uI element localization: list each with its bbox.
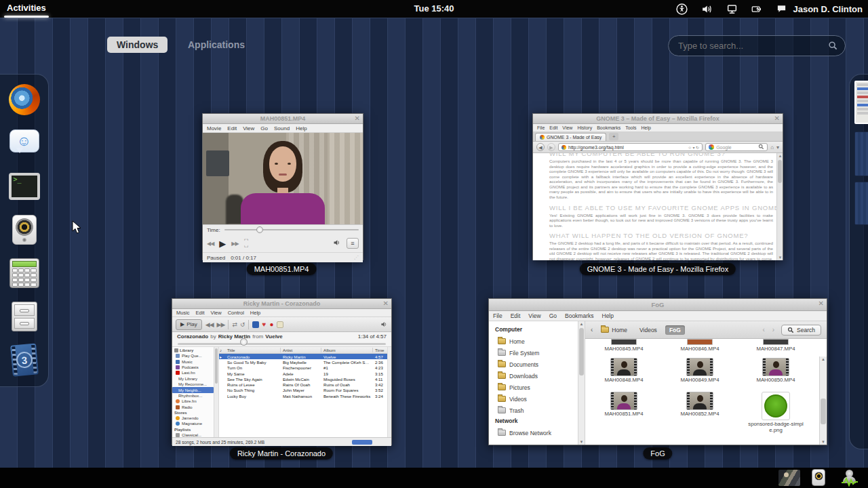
menu-help[interactable]: Help [250,310,260,316]
previous-icon[interactable]: ◀◀ [205,321,214,328]
firefox-launcher[interactable] [8,83,41,116]
window-firefox[interactable]: GNOME 3 – Made of Easy – Mozilla Firefox… [532,113,783,260]
forward-icon[interactable]: ▶ [547,143,555,151]
menu-file[interactable]: File [493,312,502,319]
workspace-3[interactable] [854,182,868,225]
breadcrumb-videos[interactable]: Videos [635,325,661,335]
file-item[interactable]: MAH00848.MP4 [588,358,660,384]
window-label-totem[interactable]: MAH00851.MP4 [247,263,317,275]
track-row[interactable]: Ruins of LeveeRains Of OoahRuins of Ooah… [219,382,387,387]
back-chevron-icon[interactable]: ‹ [591,326,593,333]
track-row[interactable]: Lucky BoyMatt NathansonBeneath These Fir… [219,393,387,399]
menu-history[interactable]: History [577,125,592,130]
menu-help[interactable]: Help [642,125,651,130]
new-tab-button[interactable]: + [609,133,618,140]
menu-go[interactable]: Go [549,312,557,319]
file-item[interactable]: MAH00849.MP4 [664,358,736,384]
volume-icon[interactable] [380,319,388,331]
speaker-tray-icon[interactable] [812,469,825,486]
track-row[interactable]: Turn OnFischerspooner#14:23 [219,365,387,371]
menu-view[interactable]: View [562,125,572,130]
source-lastfm[interactable]: Last.fm [172,370,214,375]
source-librefm[interactable]: Libre.fm [172,399,214,404]
file-item[interactable]: MAH00846.MP4 [664,339,736,352]
file-manager-launcher[interactable] [8,300,41,333]
store-magnatune[interactable]: Magnatune [172,421,214,426]
place-trash[interactable]: Trash [495,405,578,416]
place-pictures[interactable]: Pictures [495,382,578,393]
track-list-scrollbar[interactable] [387,347,391,437]
file-grid-scrollbar[interactable]: ▲▼ [819,357,827,445]
breadcrumb-home[interactable]: Home [597,325,631,335]
search-input[interactable] [678,41,828,51]
menu-music[interactable]: Music [176,310,190,316]
file-item[interactable]: MAH00845.MP4 [588,339,660,352]
menu-movie[interactable]: Movie [207,125,221,131]
source-my-recommendations[interactable]: My Recomme... [172,382,214,387]
menu-edit[interactable]: Edit [511,312,521,319]
shuffle-icon[interactable]: ⇄ [232,321,237,328]
scrollbar[interactable]: ▲ ▼ [776,153,783,260]
file-item[interactable]: MAH00851.MP4 [588,392,660,434]
battery-charging-icon[interactable] [751,3,763,15]
back-icon[interactable]: ◀ [536,143,545,151]
source-my-library[interactable]: My Library [172,376,214,382]
accessibility-icon[interactable] [676,3,688,15]
search-go-icon[interactable] [758,144,764,150]
menu-go[interactable]: Go [260,125,268,131]
clock[interactable]: Tue 15:40 [414,3,454,14]
close-icon[interactable]: ✕ [383,299,389,308]
menu-help[interactable]: Help [602,312,614,319]
source-radio[interactable]: Radio [172,405,214,410]
tab-windows[interactable]: Windows [107,37,167,53]
close-icon[interactable]: ✕ [355,114,360,123]
sidebar-scrollbar[interactable] [214,347,219,437]
url-bar[interactable]: http://gnome3.org/faq.html ☆ ▾ ↻ [558,143,703,151]
record-icon[interactable]: ● [269,321,273,328]
next-icon[interactable]: ▶▶ [231,241,238,247]
close-icon[interactable]: ✕ [818,299,824,308]
volume-icon[interactable] [333,237,341,249]
workspace-1-active[interactable] [854,81,868,124]
browse-icon[interactable] [252,321,259,328]
menu-view[interactable]: View [243,125,254,131]
menu-tools[interactable]: Tools [625,125,636,130]
calculator-launcher[interactable] [8,257,41,289]
breadcrumb-fog[interactable]: FoG [665,325,685,335]
source-rhythmbox-group[interactable]: Rhythmbox... [172,393,214,399]
source-play-queue[interactable]: Play Que... [172,353,214,359]
overflow-icon[interactable]: ▾ [776,144,779,150]
browser-tab[interactable]: GNOME 3 - Made of Easy [535,133,606,141]
file-item[interactable]: MAH00847.MP4 [740,339,812,352]
place-videos[interactable]: Videos [495,393,578,405]
user-menu[interactable]: Jason D. Clinton [776,3,863,15]
file-item[interactable]: MAH00852.MP4 [664,392,736,434]
fullscreen-icon[interactable]: ⌜⌝⌞⌟ [244,239,249,247]
track-list-header[interactable]: ♪ Title Artist Album Time [219,347,387,354]
menu-file[interactable]: File [537,125,545,130]
menu-edit[interactable]: Edit [227,125,237,131]
tab-applications[interactable]: Applications [188,39,245,50]
window-label-fog[interactable]: FoG [643,447,672,460]
store-jamendo[interactable]: Jamendo [172,415,214,421]
eject-icon[interactable] [277,321,283,328]
photo-thumbnail-icon[interactable] [778,470,800,486]
sidebar-scrollbar[interactable]: ▲▼ [578,321,585,445]
source-podcasts[interactable]: Podcasts [172,365,214,370]
menu-sound[interactable]: Sound [274,125,290,131]
track-row[interactable]: ▸ CorazonadoRicky MartinVuelve4:57 [219,354,387,359]
menu-view[interactable]: View [211,310,222,316]
menu-control[interactable]: Control [228,310,244,316]
window-label-firefox[interactable]: GNOME 3 - Made of Easy - Mozilla Firefox [580,263,736,275]
window-label-rhythmbox[interactable]: Ricky Martin - Corazonado [230,447,333,460]
menu-edit[interactable]: Edit [196,310,205,316]
track-row[interactable]: My SameAdele193:15 [219,371,387,376]
menu-bookmarks[interactable]: Bookmarks [565,312,594,319]
play-button[interactable]: ▶Play [176,319,202,330]
source-my-neighbourhood[interactable]: My Neighb... [172,387,214,392]
menu-edit[interactable]: Edit [549,125,557,130]
seek-slider[interactable] [224,229,359,230]
repeat-icon[interactable]: ↺ [240,321,245,328]
place-browse-network[interactable]: Browse Network [495,427,578,439]
terminal-launcher[interactable]: >_ [8,170,41,203]
